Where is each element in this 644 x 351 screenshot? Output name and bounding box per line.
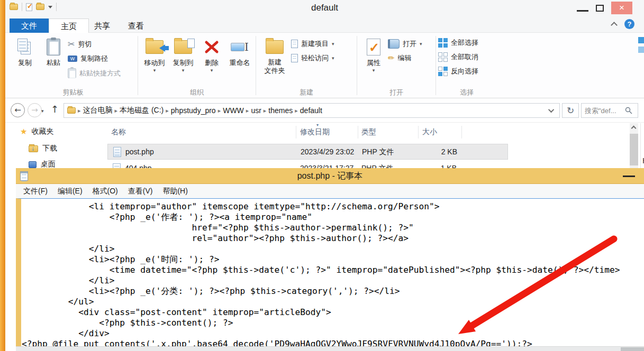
- clipped-ribbon-fragment: [638, 37, 644, 43]
- notepad-menubar: 文件(F) 编辑(E) 格式(O) 查看(V) 帮助(H): [16, 184, 644, 198]
- menu-view[interactable]: 查看(V): [128, 187, 153, 196]
- separator: [357, 36, 357, 95]
- scrollbar-thumb[interactable]: [621, 347, 644, 351]
- recent-locations-dropdown-icon[interactable]: ▾: [41, 109, 44, 113]
- breadcrumb-usr[interactable]: usr: [249, 106, 263, 115]
- refresh-button[interactable]: ↻: [562, 103, 579, 118]
- code-line: </div>: [22, 328, 644, 339]
- screenshot-root: ✓ default × 文件 主页 共享 查看 ?: [0, 0, 644, 351]
- code-content: <li itemprop="author" itemscope itemtype…: [21, 199, 644, 346]
- dropdown-icon: ▾: [182, 68, 185, 72]
- open-button[interactable]: 打开 ▾: [388, 39, 422, 49]
- breadcrumb-this-pc[interactable]: 这台电脑: [81, 106, 115, 115]
- column-header-type[interactable]: 类型: [361, 127, 376, 137]
- select-none-button[interactable]: 全部取消: [438, 52, 478, 62]
- copy-path-icon: W: [68, 56, 77, 62]
- scrollbar-thumb[interactable]: [630, 134, 638, 165]
- easy-access-button[interactable]: 轻松访问 ▾: [291, 53, 334, 63]
- column-header-size[interactable]: 大小: [422, 127, 437, 137]
- breadcrumb-phpstudy-pro[interactable]: phpstudy_pro: [169, 106, 218, 115]
- invert-selection-icon: [438, 67, 448, 76]
- easy-access-icon: [291, 54, 298, 62]
- code-line: href="<?php $this->author->permalink(); …: [22, 223, 644, 233]
- explorer-titlebar: ✓ default ×: [5, 0, 644, 16]
- breadcrumb-themes[interactable]: themes: [266, 106, 295, 115]
- file-type: PHP 文件: [362, 147, 394, 157]
- breadcrumb-local-disk-c[interactable]: 本地磁盘 (C:): [117, 106, 166, 115]
- tab-share[interactable]: 共享: [83, 19, 122, 33]
- code-line: <li><?php _e('时间: '); ?>: [22, 254, 644, 265]
- open-icon: [388, 39, 400, 49]
- notepad-minimize-button[interactable]: [623, 176, 635, 177]
- back-button[interactable]: ←: [11, 103, 25, 117]
- ribbon: 复制 粘贴 ✂ 剪切 W 复制路径: [5, 33, 644, 98]
- edit-button[interactable]: ✏ 编辑: [388, 53, 422, 63]
- properties-icon: ✓: [367, 39, 380, 56]
- menu-format[interactable]: 格式(O): [93, 187, 118, 196]
- tab-view[interactable]: 查看: [116, 19, 156, 33]
- copy-to-icon: [174, 40, 192, 54]
- table-row-post-php[interactable]: post.php 2023/4/29 23:02 PHP 文件 2 KB: [107, 144, 508, 160]
- new-item-icon: [291, 40, 298, 48]
- separator: [436, 36, 436, 95]
- star-icon: ★: [20, 127, 27, 136]
- ribbon-group-open: ✓ 属性 ▾ 打开 ▾ ✏ 编辑: [359, 35, 433, 97]
- select-all-button[interactable]: 全部选择: [438, 38, 478, 48]
- file-list-scrollbar[interactable]: [630, 123, 638, 168]
- new-item-button[interactable]: 新建项目 ▾: [291, 39, 334, 49]
- new-folder-icon: [266, 40, 284, 54]
- collapse-ribbon-icon[interactable]: [611, 22, 618, 29]
- copy-to-button[interactable]: 复制到 ▾: [169, 36, 197, 72]
- forward-button[interactable]: →: [28, 103, 42, 117]
- separator: [461, 126, 462, 138]
- notepad-titlebar[interactable]: post.php - 记事本: [16, 168, 644, 184]
- properties-button[interactable]: ✓ 属性 ▾: [359, 36, 388, 72]
- breadcrumb-default[interactable]: default: [298, 106, 324, 115]
- maximize-button[interactable]: [596, 5, 604, 12]
- search-icon: [625, 107, 632, 114]
- up-button[interactable]: ↑: [51, 104, 59, 115]
- code-line: </li>: [22, 244, 644, 254]
- search-input[interactable]: [585, 107, 625, 115]
- desktop-icon: [29, 161, 37, 168]
- column-header-name[interactable]: 名称: [111, 127, 126, 137]
- separator: [640, 123, 641, 168]
- paste-button[interactable]: 粘贴: [39, 36, 68, 68]
- rename-icon: I: [231, 41, 249, 53]
- menu-edit[interactable]: 编辑(E): [58, 187, 83, 196]
- address-dropdown-icon[interactable]: [548, 107, 554, 113]
- menu-help[interactable]: 帮助(H): [162, 187, 187, 196]
- code-line: </ul>: [22, 297, 644, 307]
- group-label-open: 打开: [359, 88, 433, 97]
- code-line: <?php $this->content(); ?>: [22, 318, 644, 328]
- notepad-text-area[interactable]: <li itemprop="author" itemscope itemtype…: [16, 198, 644, 346]
- new-folder-button[interactable]: 新建文件夹: [258, 36, 291, 75]
- address-breadcrumb-bar[interactable]: ▸ 这台电脑 ▸ 本地磁盘 (C:) ▸ phpstudy_pro ▸ WWW …: [64, 103, 560, 118]
- separator: [256, 36, 256, 95]
- rename-button[interactable]: I 重命名: [226, 36, 253, 68]
- ribbon-group-organize: 移动到 ▾ 复制到 ▾ 删除 ▾ I 重命名: [140, 35, 253, 97]
- delete-button[interactable]: 删除 ▾: [197, 36, 226, 72]
- code-line: <?php _e('作者: '); ?><a itemprop="name": [22, 212, 644, 223]
- copy-path-button[interactable]: W 复制路径: [68, 54, 121, 63]
- scroll-up-icon[interactable]: [631, 126, 637, 131]
- select-all-icon: [438, 38, 448, 48]
- cut-button[interactable]: ✂ 剪切: [68, 39, 121, 49]
- tab-file[interactable]: 文件: [10, 19, 49, 33]
- column-header-modified[interactable]: 修改日期: [300, 127, 330, 137]
- search-box: [581, 103, 638, 118]
- code-line: </li>: [22, 275, 644, 286]
- minimize-button[interactable]: [577, 10, 588, 12]
- menu-file[interactable]: 文件(F): [23, 187, 48, 196]
- invert-selection-button[interactable]: 反向选择: [438, 67, 478, 76]
- notepad-horizontal-scrollbar[interactable]: [16, 346, 644, 351]
- copy-button[interactable]: 复制: [11, 36, 39, 68]
- help-icon[interactable]: ?: [624, 19, 634, 29]
- sidebar-item-downloads[interactable]: ↓ 下载: [29, 144, 57, 153]
- sidebar-item-favorites[interactable]: ★ 收藏夹: [20, 127, 53, 136]
- paste-shortcut-button[interactable]: 粘贴快捷方式: [68, 68, 121, 78]
- breadcrumb-www[interactable]: WWW: [221, 106, 246, 115]
- desktop-background-strip: [0, 0, 5, 351]
- move-to-button[interactable]: 移动到 ▾: [140, 36, 169, 72]
- close-button[interactable]: ×: [611, 2, 632, 14]
